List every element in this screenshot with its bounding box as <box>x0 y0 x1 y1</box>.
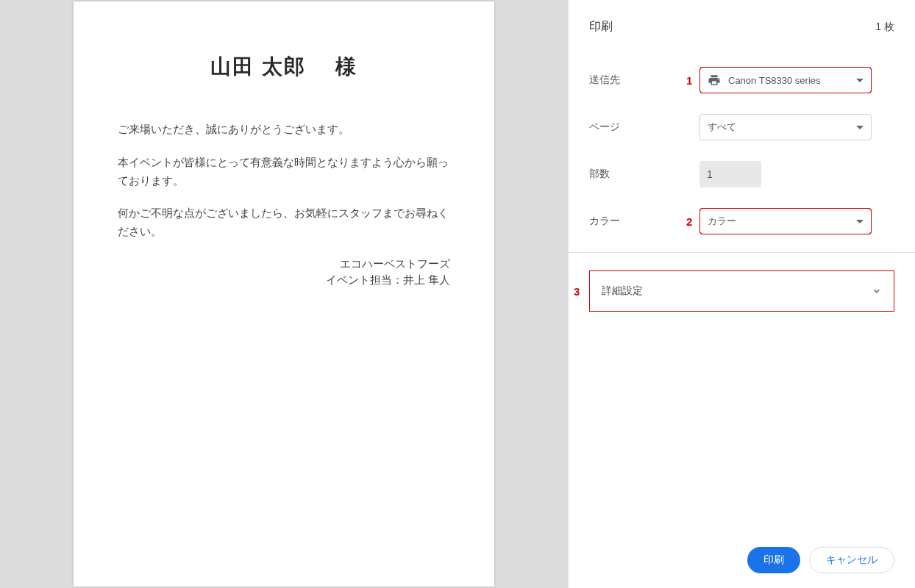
color-value: カラー <box>708 215 736 228</box>
destination-select[interactable]: Canon TS8330 series <box>699 67 872 93</box>
print-settings-panel: 印刷 1 枚 送信先 1 Canon TS8330 series ペ <box>568 0 915 588</box>
color-row: カラー 2 カラー <box>569 198 915 245</box>
pages-select[interactable]: すべて <box>699 114 872 140</box>
pages-label: ページ <box>589 121 699 134</box>
cancel-button[interactable]: キャンセル <box>809 547 894 573</box>
annotation-badge: 2 <box>686 215 692 228</box>
preview-page: 山田 太郎 様 ご来場いただき、誠にありがとうございます。 本イベントが皆様にと… <box>74 1 494 587</box>
copies-label: 部数 <box>589 168 699 181</box>
signature-line: イベント担当：井上 隼人 <box>118 272 450 289</box>
divider <box>569 252 915 253</box>
advanced-settings-toggle[interactable]: 3 詳細設定 <box>589 270 894 312</box>
print-button[interactable]: 印刷 <box>747 547 800 573</box>
copies-row: 部数 <box>569 151 915 198</box>
annotation-badge: 1 <box>686 74 692 87</box>
printer-icon <box>708 74 721 87</box>
settings-body: 印刷 1 枚 送信先 1 Canon TS8330 series ペ <box>569 0 915 532</box>
document-title: 山田 太郎 様 <box>118 53 450 81</box>
sheet-count: 1 枚 <box>875 21 894 34</box>
pages-value: すべて <box>708 121 736 134</box>
color-label: カラー <box>589 215 699 228</box>
destination-value: Canon TS8330 series <box>728 75 821 86</box>
document-paragraph: 本イベントが皆様にとって有意義な時間となりますよう心から願っております。 <box>118 154 450 190</box>
panel-header: 印刷 1 枚 <box>569 0 915 57</box>
annotation-badge: 3 <box>574 285 580 298</box>
copies-input[interactable] <box>699 161 761 187</box>
chevron-down-icon <box>856 126 864 129</box>
panel-footer: 印刷 キャンセル <box>569 532 915 588</box>
chevron-down-icon <box>856 220 864 223</box>
document-signature: エコハーベストフーズ イベント担当：井上 隼人 <box>118 256 450 289</box>
destination-label: 送信先 <box>589 74 699 87</box>
document-paragraph: 何かご不明な点がございましたら、お気軽にスタッフまでお尋ねください。 <box>118 204 450 241</box>
print-preview-area: 山田 太郎 様 ご来場いただき、誠にありがとうございます。 本イベントが皆様にと… <box>0 0 568 588</box>
advanced-label: 詳細設定 <box>602 284 643 298</box>
panel-title: 印刷 <box>589 19 613 35</box>
chevron-down-icon <box>856 79 864 82</box>
signature-line: エコハーベストフーズ <box>118 256 450 273</box>
color-select[interactable]: カラー <box>699 208 872 234</box>
chevron-down-icon <box>872 286 882 296</box>
destination-row: 送信先 1 Canon TS8330 series <box>569 57 915 104</box>
document-paragraph: ご来場いただき、誠にありがとうございます。 <box>118 121 450 139</box>
pages-row: ページ すべて <box>569 104 915 151</box>
document-body: ご来場いただき、誠にありがとうございます。 本イベントが皆様にとって有意義な時間… <box>118 121 450 289</box>
